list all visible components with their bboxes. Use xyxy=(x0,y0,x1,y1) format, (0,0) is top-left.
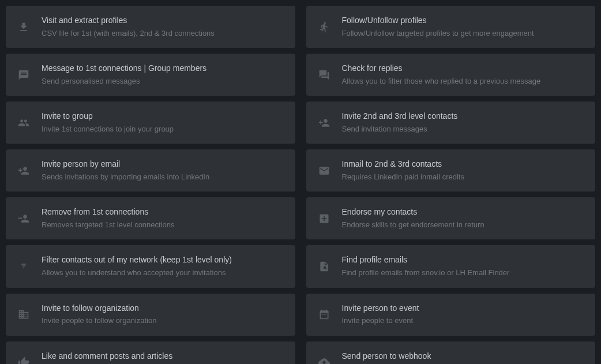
card-content: Like and comment posts and articles Like… xyxy=(42,351,284,364)
card-content: Send person to webhook Send data to 3rd … xyxy=(342,351,584,364)
card-title: Visit and extract profiles xyxy=(42,15,284,27)
card-content: Inmail to 2nd & 3rd contacts Requires Li… xyxy=(342,159,584,182)
card-content: Filter contacts out of my network (keep … xyxy=(42,254,284,278)
file-search-icon xyxy=(318,260,330,273)
person-add-icon xyxy=(17,164,30,177)
card-invite-email[interactable]: Invite person by email Sends invitations… xyxy=(6,149,295,192)
card-content: Check for replies Allows you to filter t… xyxy=(342,63,584,87)
card-content: Visit and extract profiles CSV file for … xyxy=(42,15,284,39)
card-content: Invite 2nd and 3rd level contacts Send i… xyxy=(342,111,584,134)
group-icon xyxy=(17,117,30,129)
card-content: Invite to follow organization Invite peo… xyxy=(42,303,284,327)
run-icon xyxy=(318,21,330,33)
card-title: Invite to group xyxy=(42,111,284,122)
card-invite-group[interactable]: Invite to group Invite 1st connections t… xyxy=(6,102,295,144)
forum-icon xyxy=(318,69,330,81)
action-cards-grid: Visit and extract profiles CSV file for … xyxy=(6,6,595,364)
card-title: Like and comment posts and articles xyxy=(42,351,284,362)
card-webhook[interactable]: Send person to webhook Send data to 3rd … xyxy=(306,342,596,364)
card-title: Invite 2nd and 3rd level contacts xyxy=(342,111,584,122)
card-check-replies[interactable]: Check for replies Allows you to filter t… xyxy=(306,54,596,96)
card-content: Endorse my contacts Endorse skills to ge… xyxy=(342,207,584,230)
card-desc: Invite 1st connections to join your grou… xyxy=(42,123,284,135)
card-message-1st[interactable]: Message to 1st connections | Group membe… xyxy=(6,54,295,96)
card-content: Invite to group Invite 1st connections t… xyxy=(42,111,284,134)
card-like-comment[interactable]: Like and comment posts and articles Like… xyxy=(6,342,295,364)
card-desc: Sends invitations by importing emails in… xyxy=(42,171,284,183)
thumb-up-icon xyxy=(17,356,30,364)
card-content: Follow/Unfollow profiles Follow/Unfollow… xyxy=(342,15,584,39)
card-desc: Invite people to follow organization xyxy=(42,315,284,327)
card-invite-org[interactable]: Invite to follow organization Invite peo… xyxy=(6,294,295,336)
card-desc: Invite people to event xyxy=(342,315,584,327)
card-title: Endorse my contacts xyxy=(342,207,584,218)
card-title: Check for replies xyxy=(342,63,584,74)
card-follow-unfollow[interactable]: Follow/Unfollow profiles Follow/Unfollow… xyxy=(306,6,596,48)
card-title: Send person to webhook xyxy=(342,351,584,362)
card-desc: Send invitation messages xyxy=(342,123,584,135)
card-find-emails[interactable]: Find profile emails Find profile emails … xyxy=(306,245,596,287)
card-invite-2nd-3rd[interactable]: Invite 2nd and 3rd level contacts Send i… xyxy=(306,102,596,144)
download-icon xyxy=(17,21,30,33)
person-remove-icon xyxy=(17,212,30,225)
right-column: Follow/Unfollow profiles Follow/Unfollow… xyxy=(306,6,596,364)
card-title: Invite to follow organization xyxy=(42,303,284,314)
card-inmail[interactable]: Inmail to 2nd & 3rd contacts Requires Li… xyxy=(306,149,596,192)
calendar-icon xyxy=(318,308,330,321)
card-content: Invite person to event Invite people to … xyxy=(342,303,584,327)
card-desc: Follow/Unfollow targeted profiles to get… xyxy=(342,28,584,39)
person-add-icon xyxy=(318,117,330,129)
card-desc: Find profile emails from snov.io or LH E… xyxy=(342,267,584,279)
card-title: Remove from 1st connections xyxy=(42,207,284,218)
card-desc: Endorse skills to get endorsement in ret… xyxy=(342,219,584,231)
card-title: Find profile emails xyxy=(342,254,584,266)
card-content: Remove from 1st connections Removes targ… xyxy=(42,207,284,230)
card-remove-1st[interactable]: Remove from 1st connections Removes targ… xyxy=(6,197,295,239)
card-invite-event[interactable]: Invite person to event Invite people to … xyxy=(306,294,596,336)
card-endorse[interactable]: Endorse my contacts Endorse skills to ge… xyxy=(306,197,596,239)
card-title: Message to 1st connections | Group membe… xyxy=(42,63,284,74)
mail-icon xyxy=(318,164,330,177)
card-visit-extract[interactable]: Visit and extract profiles CSV file for … xyxy=(6,6,295,48)
message-icon xyxy=(17,69,30,81)
card-desc: Removes targeted 1st level connections xyxy=(42,219,284,231)
filter-icon xyxy=(17,260,30,273)
cloud-upload-icon xyxy=(318,356,330,364)
card-title: Invite person by email xyxy=(42,159,284,170)
card-title: Inmail to 2nd & 3rd contacts xyxy=(342,159,584,170)
building-icon xyxy=(17,308,30,321)
card-content: Find profile emails Find profile emails … xyxy=(342,254,584,278)
plus-box-icon xyxy=(318,212,330,225)
card-desc: Send personalised messages xyxy=(42,76,284,87)
card-title: Invite person to event xyxy=(342,303,584,314)
card-desc: Requires LinkedIn paid inmail credits xyxy=(342,171,584,183)
card-filter-contacts[interactable]: Filter contacts out of my network (keep … xyxy=(6,245,295,287)
card-desc: CSV file for 1st (with emails), 2nd & 3r… xyxy=(42,28,284,39)
card-desc: Allows you to filter those who replied t… xyxy=(342,76,584,87)
card-content: Invite person by email Sends invitations… xyxy=(42,159,284,182)
card-title: Filter contacts out of my network (keep … xyxy=(42,254,284,266)
card-title: Follow/Unfollow profiles xyxy=(342,15,584,27)
card-desc: Allows you to understand who accepted yo… xyxy=(42,267,284,279)
left-column: Visit and extract profiles CSV file for … xyxy=(6,6,295,364)
card-content: Message to 1st connections | Group membe… xyxy=(42,63,284,87)
